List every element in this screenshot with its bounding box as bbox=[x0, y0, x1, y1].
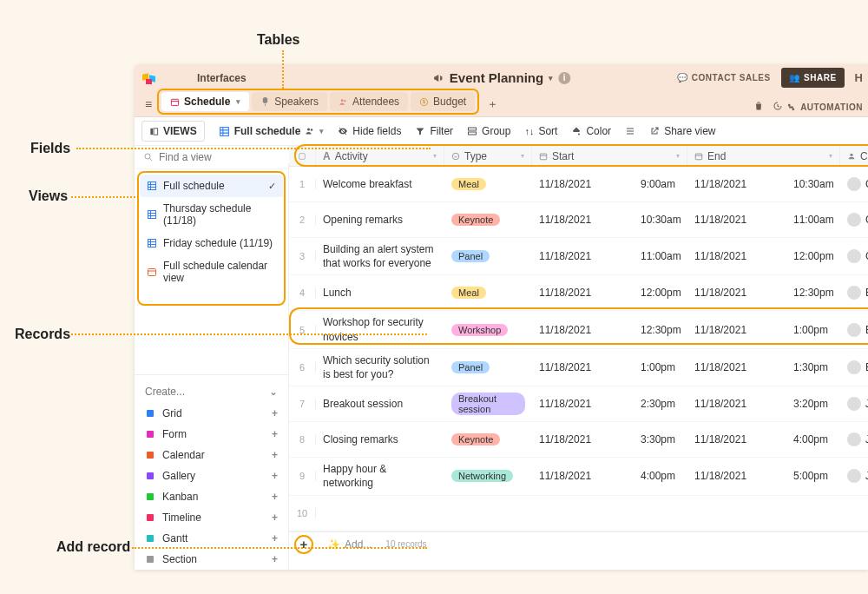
cell-coordinator[interactable]: Jules Harris bbox=[840, 428, 868, 451]
cell-start-date[interactable]: 11/18/2021 bbox=[532, 174, 634, 195]
tab-speakers[interactable]: Speakers bbox=[252, 92, 327, 111]
cell-activity[interactable]: Closing remarks bbox=[316, 428, 444, 451]
create-grid[interactable]: Grid+ bbox=[135, 403, 288, 424]
cell-end-time[interactable]: 1:30pm bbox=[786, 357, 840, 378]
col-start[interactable]: Start▾ bbox=[532, 146, 687, 166]
cell-activity[interactable]: Lunch bbox=[316, 281, 444, 304]
group-button[interactable]: Group bbox=[467, 125, 510, 137]
cell-start-time[interactable]: 9:00am bbox=[634, 174, 687, 195]
cell-type[interactable]: Meal bbox=[444, 174, 532, 195]
cell-start-time[interactable]: 12:30pm bbox=[634, 320, 687, 340]
cell-end-date[interactable]: 11/18/2021 bbox=[687, 465, 786, 486]
help-button[interactable]: H bbox=[855, 71, 863, 84]
cell-end-time[interactable]: 12:00pm bbox=[786, 246, 840, 267]
cell-start-date[interactable]: 11/18/2021 bbox=[532, 209, 634, 230]
cell-type[interactable]: Panel bbox=[444, 357, 532, 378]
add-table-button[interactable]: ＋ bbox=[484, 96, 500, 112]
cell-activity[interactable]: Breakout session bbox=[316, 393, 444, 415]
create-form[interactable]: Form+ bbox=[135, 424, 288, 445]
table-row[interactable]: 6Which security solution is best for you… bbox=[289, 349, 868, 386]
view-item[interactable]: Thursday schedule (11/18) bbox=[140, 197, 283, 232]
cell-activity[interactable]: Which security solution is best for you? bbox=[316, 349, 444, 386]
cell-start-date[interactable]: 11/18/2021 bbox=[532, 320, 634, 340]
cell-end-date[interactable]: 11/18/2021 bbox=[687, 282, 786, 303]
cell-coordinator[interactable]: Casey Park bbox=[840, 208, 868, 231]
cell-end-time[interactable]: 3:20pm bbox=[786, 393, 840, 414]
cell-end-date[interactable]: 11/18/2021 bbox=[687, 320, 786, 340]
cell-type[interactable]: Keynote bbox=[444, 429, 532, 450]
col-coordinator[interactable]: Coordinator bbox=[840, 146, 868, 166]
logo-icon[interactable] bbox=[141, 70, 157, 86]
cell-start-time[interactable]: 12:00pm bbox=[634, 282, 687, 303]
cell-start-time[interactable]: 3:30pm bbox=[634, 429, 687, 450]
cell-type[interactable]: Workshop bbox=[444, 320, 532, 340]
view-item[interactable]: Full schedule calendar view bbox=[140, 254, 283, 289]
cell-activity[interactable]: Happy hour & networking bbox=[316, 458, 444, 494]
cell-type[interactable]: Breakout session bbox=[444, 388, 532, 419]
cell-start-date[interactable]: 11/18/2021 bbox=[532, 393, 634, 414]
create-calendar[interactable]: Calendar+ bbox=[135, 445, 288, 465]
interfaces-link[interactable]: Interfaces bbox=[197, 72, 247, 84]
table-row[interactable]: 1Welcome breakfastMeal11/18/20219:00am11… bbox=[289, 167, 868, 202]
cell-activity[interactable]: Welcome breakfast bbox=[316, 173, 444, 195]
tab-schedule[interactable]: Schedule▾ bbox=[161, 92, 249, 111]
cell-start-date[interactable]: 11/18/2021 bbox=[532, 429, 634, 450]
cell-activity[interactable]: Opening remarks bbox=[316, 208, 444, 231]
cell-activity[interactable]: Building an alert system that works for … bbox=[316, 238, 444, 274]
add-generate-button[interactable]: ✨ Add... bbox=[320, 537, 378, 552]
cell-end-time[interactable]: 1:00pm bbox=[786, 320, 840, 340]
cell-coordinator[interactable]: Jules Harris bbox=[840, 465, 868, 487]
info-icon[interactable]: i bbox=[558, 72, 570, 84]
view-item[interactable]: Friday schedule (11/19) bbox=[140, 232, 283, 254]
view-item[interactable]: Full schedule✓ bbox=[140, 175, 283, 197]
cell-activity[interactable]: Workshop for security novices bbox=[316, 311, 444, 347]
cell-coordinator[interactable]: Bailey Mirza bbox=[840, 356, 868, 379]
table-row[interactable]: 7Breakout sessionBreakout session11/18/2… bbox=[289, 386, 868, 422]
hide-fields-button[interactable]: Hide fields bbox=[338, 125, 401, 137]
cell-activity[interactable] bbox=[316, 509, 444, 518]
cell-start-time[interactable]: 2:30pm bbox=[634, 393, 687, 414]
create-gallery[interactable]: Gallery+ bbox=[135, 465, 288, 486]
table-row[interactable]: 4LunchMeal11/18/202112:00pm11/18/202112:… bbox=[289, 275, 868, 311]
table-row[interactable]: 10 bbox=[289, 496, 868, 531]
cell-coordinator[interactable] bbox=[840, 509, 868, 518]
table-row[interactable]: 9Happy hour & networkingNetworking11/18/… bbox=[289, 458, 868, 495]
cell-coordinator[interactable]: Casey Park bbox=[840, 245, 868, 267]
add-record-button[interactable]: + bbox=[294, 535, 313, 554]
share-view-button[interactable]: Share view bbox=[649, 125, 715, 137]
cell-type[interactable]: Meal bbox=[444, 282, 532, 303]
cell-end-time[interactable]: 11:00am bbox=[786, 209, 840, 230]
cell-type[interactable]: Panel bbox=[444, 246, 532, 267]
cell-end-time[interactable]: 10:30am bbox=[786, 174, 840, 195]
table-row[interactable]: 2Opening remarksKeynote11/18/202110:30am… bbox=[289, 202, 868, 238]
contact-sales-link[interactable]: 💬CONTACT SALES bbox=[677, 73, 770, 82]
tab-budget[interactable]: $Budget bbox=[411, 92, 475, 111]
cell-type[interactable]: Keynote bbox=[444, 209, 532, 230]
find-view-input[interactable] bbox=[159, 151, 289, 163]
cell-start-time[interactable]: 1:00pm bbox=[634, 357, 687, 378]
share-button[interactable]: 👥SHARE bbox=[781, 68, 845, 88]
trash-icon[interactable] bbox=[753, 101, 764, 111]
cell-start-time[interactable] bbox=[634, 509, 687, 518]
cell-end-date[interactable]: 11/18/2021 bbox=[687, 357, 786, 378]
base-title[interactable]: Event Planning ▾ i bbox=[432, 70, 570, 85]
table-row[interactable]: 5Workshop for security novicesWorkshop11… bbox=[289, 311, 868, 348]
cell-start-time[interactable]: 11:00am bbox=[634, 246, 687, 267]
cell-start-date[interactable]: 11/18/2021 bbox=[532, 357, 634, 378]
create-section[interactable]: Section+ bbox=[135, 549, 288, 570]
automations-button[interactable]: AUTOMATION bbox=[786, 102, 863, 112]
cell-end-date[interactable]: 11/18/2021 bbox=[687, 209, 786, 230]
current-view[interactable]: Full schedule ▾ bbox=[219, 125, 325, 137]
create-timeline[interactable]: Timeline+ bbox=[135, 507, 288, 528]
filter-button[interactable]: Filter bbox=[415, 125, 453, 137]
sort-button[interactable]: ↑↓Sort bbox=[524, 125, 557, 137]
cell-coordinator[interactable]: Bailey Mirza bbox=[840, 319, 868, 341]
cell-end-time[interactable]: 12:30pm bbox=[786, 282, 840, 303]
cell-coordinator[interactable]: Jules Harris bbox=[840, 393, 868, 415]
cell-type[interactable] bbox=[444, 509, 532, 518]
history-icon[interactable] bbox=[773, 101, 783, 111]
create-kanban[interactable]: Kanban+ bbox=[135, 486, 288, 507]
cell-end-time[interactable]: 4:00pm bbox=[786, 429, 840, 450]
cell-start-time[interactable]: 10:30am bbox=[634, 209, 687, 230]
tab-attendees[interactable]: Attendees bbox=[330, 92, 408, 111]
